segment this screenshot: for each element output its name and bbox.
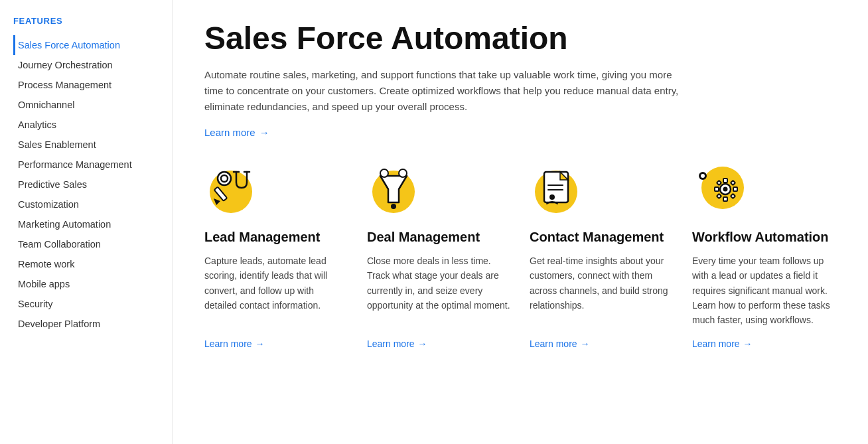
arrow-icon: → [581, 338, 590, 349]
svg-rect-20 [723, 179, 727, 183]
sidebar-item-security[interactable]: Security [13, 294, 172, 314]
svg-rect-25 [731, 181, 735, 185]
svg-rect-27 [731, 194, 735, 198]
sidebar-item-team-collaboration[interactable]: Team Collaboration [13, 234, 172, 254]
card-description: Capture leads, automate lead scoring, id… [204, 254, 348, 328]
arrow-icon: → [418, 338, 427, 349]
main-learn-more-link[interactable]: Learn more → [204, 127, 269, 138]
sidebar-item-sales-enablement[interactable]: Sales Enablement [13, 135, 172, 155]
card-description: Every time your team follows up with a l… [692, 254, 836, 328]
feature-cards-grid: Lead Management Capture leads, automate … [204, 163, 836, 349]
sidebar-item-sales-force-automation[interactable]: Sales Force Automation [13, 35, 172, 55]
svg-rect-21 [723, 197, 727, 201]
card-title: Lead Management [204, 229, 348, 246]
main-content: Sales Force Automation Automate routine … [173, 0, 868, 444]
svg-point-2 [221, 175, 228, 182]
card-title: Workflow Automation [692, 229, 836, 246]
sidebar-item-marketing-automation[interactable]: Marketing Automation [13, 214, 172, 234]
svg-rect-22 [715, 187, 719, 191]
sidebar-item-analytics[interactable]: Analytics [13, 115, 172, 135]
sidebar-item-process-management[interactable]: Process Management [13, 75, 172, 95]
svg-point-11 [399, 169, 407, 177]
svg-point-29 [701, 174, 705, 178]
card-title: Deal Management [367, 229, 511, 246]
lead-icon [204, 163, 257, 216]
card-learn-more-link[interactable]: Learn more → [204, 338, 348, 349]
feature-card-deal: Deal Management Close more deals in less… [367, 163, 511, 349]
svg-rect-24 [717, 181, 721, 185]
sidebar-item-customization[interactable]: Customization [13, 194, 172, 214]
workflow-icon [692, 163, 745, 216]
arrow-icon: → [743, 338, 753, 349]
page-title: Sales Force Automation [204, 21, 836, 56]
arrow-icon: → [255, 338, 265, 349]
card-title: Contact Management [530, 229, 674, 246]
card-description: Close more deals in less time. Track wha… [367, 254, 511, 328]
sidebar-item-journey-orchestration[interactable]: Journey Orchestration [13, 55, 172, 75]
svg-rect-23 [733, 187, 737, 191]
sidebar-item-predictive-sales[interactable]: Predictive Sales [13, 175, 172, 194]
card-learn-more-link[interactable]: Learn more → [692, 338, 836, 349]
svg-rect-26 [717, 194, 721, 198]
sidebar-item-omnichannel[interactable]: Omnichannel [13, 95, 172, 115]
sidebar-section-label: FEATURES [13, 16, 172, 26]
svg-point-9 [391, 204, 396, 209]
svg-point-10 [380, 169, 388, 177]
feature-card-lead: Lead Management Capture leads, automate … [204, 163, 348, 349]
deal-icon [367, 163, 420, 216]
svg-point-19 [723, 186, 728, 191]
card-learn-more-link[interactable]: Learn more → [530, 338, 674, 349]
sidebar-item-remote-work[interactable]: Remote work [13, 254, 172, 274]
svg-point-16 [549, 194, 555, 200]
sidebar-item-developer-platform[interactable]: Developer Platform [13, 314, 172, 334]
contact-icon [530, 163, 583, 216]
sidebar-item-mobile-apps[interactable]: Mobile apps [13, 274, 172, 294]
feature-card-contact: Contact Management Get real-time insight… [530, 163, 674, 349]
page-description: Automate routine sales, marketing, and s… [204, 67, 682, 115]
sidebar-item-performance-management[interactable]: Performance Management [13, 155, 172, 175]
arrow-icon: → [259, 127, 269, 138]
feature-card-workflow: Workflow Automation Every time your team… [692, 163, 836, 349]
sidebar: FEATURES Sales Force AutomationJourney O… [0, 0, 173, 444]
card-description: Get real-time insights about your custom… [530, 254, 674, 328]
card-learn-more-link[interactable]: Learn more → [367, 338, 511, 349]
